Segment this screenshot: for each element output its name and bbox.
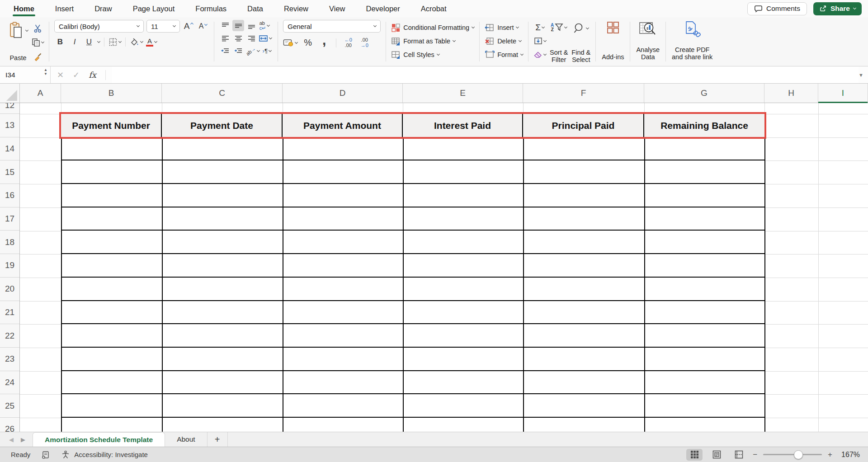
underline-chevron-icon[interactable]	[97, 39, 100, 42]
table-cell[interactable]	[524, 160, 645, 184]
table-cell[interactable]	[163, 348, 283, 371]
table-cell[interactable]	[404, 184, 524, 207]
table-cell[interactable]	[404, 371, 524, 395]
table-cell[interactable]	[163, 394, 283, 418]
table-cell[interactable]	[163, 207, 283, 231]
row-header-20[interactable]: 20	[0, 278, 19, 301]
paragraph-button[interactable]: ›¶	[261, 45, 273, 57]
table-cell[interactable]	[645, 348, 765, 371]
sheet-tab-about[interactable]: About	[165, 432, 207, 447]
align-bottom-button[interactable]	[245, 20, 257, 31]
row-header-17[interactable]: 17	[0, 207, 19, 231]
menu-tab-review[interactable]: Review	[284, 0, 308, 17]
table-cell[interactable]	[404, 394, 524, 418]
font-size-select[interactable]: 11	[146, 20, 180, 33]
table-header-cell-remaining-balance[interactable]: Remaining Balance	[644, 114, 764, 137]
bold-button[interactable]: B	[54, 36, 66, 47]
table-cell[interactable]	[645, 324, 765, 348]
zoom-out-button[interactable]: −	[753, 450, 757, 459]
table-cell[interactable]	[283, 231, 404, 254]
table-cell[interactable]	[645, 394, 765, 418]
column-header-D[interactable]: D	[283, 84, 403, 103]
percent-style-button[interactable]: %	[302, 37, 314, 48]
table-cell[interactable]	[163, 184, 283, 207]
table-cell[interactable]	[283, 301, 404, 325]
paste-button[interactable]: Paste	[5, 20, 31, 64]
column-header-C[interactable]: C	[162, 84, 283, 103]
table-cell[interactable]	[524, 278, 645, 301]
table-cell[interactable]	[524, 207, 645, 231]
table-cell[interactable]	[62, 394, 163, 418]
cell-styles-button[interactable]: Cell Styles	[391, 49, 474, 61]
shrink-font-button[interactable]: A	[197, 21, 209, 32]
orientation-button[interactable]: ab→	[245, 45, 259, 57]
normal-view-button[interactable]	[686, 449, 703, 461]
name-box-stepper[interactable]: ▲▼	[44, 68, 47, 76]
increase-decimal-button[interactable]: .00 →0	[359, 37, 370, 48]
table-cell[interactable]	[645, 231, 765, 254]
zoom-in-button[interactable]: +	[828, 450, 832, 459]
column-header-H[interactable]: H	[764, 84, 818, 103]
menu-tab-view[interactable]: View	[329, 0, 345, 17]
menu-tab-developer[interactable]: Developer	[366, 0, 400, 17]
table-cell[interactable]	[645, 278, 765, 301]
table-cell[interactable]	[62, 160, 163, 184]
conditional-formatting-button[interactable]: Conditional Formatting	[391, 22, 474, 33]
table-cell[interactable]	[62, 184, 163, 207]
table-cell[interactable]	[524, 371, 645, 395]
table-cell[interactable]	[283, 348, 404, 371]
row-header-16[interactable]: 16	[0, 184, 19, 207]
table-cell[interactable]	[645, 160, 765, 184]
menu-tab-page-layout[interactable]: Page Layout	[133, 0, 175, 17]
copy-button[interactable]	[32, 37, 44, 48]
table-cell[interactable]	[283, 394, 404, 418]
table-cell[interactable]	[404, 348, 524, 371]
table-header-cell-payment-date[interactable]: Payment Date	[162, 114, 283, 137]
record-macro-icon[interactable]	[41, 451, 50, 459]
font-name-select[interactable]: Calibri (Body)	[54, 20, 144, 33]
table-cell[interactable]	[524, 254, 645, 278]
table-cell[interactable]	[404, 207, 524, 231]
table-cell[interactable]	[62, 231, 163, 254]
comma-style-button[interactable]: ,	[318, 37, 330, 48]
decrease-decimal-button[interactable]: ←0 .00	[342, 37, 354, 48]
menu-tab-formulas[interactable]: Formulas	[195, 0, 226, 17]
align-middle-button[interactable]	[232, 20, 244, 31]
table-cell[interactable]	[62, 371, 163, 395]
addins-button[interactable]: Add-ins	[599, 19, 627, 63]
table-cell[interactable]	[163, 324, 283, 348]
table-cell[interactable]	[283, 184, 404, 207]
table-cell[interactable]	[283, 160, 404, 184]
menu-tab-acrobat[interactable]: Acrobat	[421, 0, 447, 17]
table-header-cell-payment-amount[interactable]: Payment Amount	[283, 114, 403, 137]
formula-input[interactable]	[112, 66, 859, 83]
table-cell[interactable]	[163, 371, 283, 395]
column-header-A[interactable]: A	[20, 84, 61, 103]
row-header-25[interactable]: 25	[0, 394, 19, 418]
table-cell[interactable]	[62, 301, 163, 325]
format-painter-button[interactable]	[32, 51, 44, 62]
table-cell[interactable]	[283, 278, 404, 301]
cancel-icon[interactable]: ✕	[57, 70, 64, 80]
column-header-B[interactable]: B	[61, 84, 162, 103]
row-header-19[interactable]: 19	[0, 254, 19, 278]
underline-button[interactable]: U	[83, 36, 95, 47]
autosum-button[interactable]: Σ	[533, 22, 546, 33]
menu-tab-data[interactable]: Data	[247, 0, 263, 17]
add-sheet-button[interactable]: +	[207, 432, 228, 447]
table-cell[interactable]	[524, 231, 645, 254]
page-layout-view-button[interactable]	[708, 449, 725, 461]
font-color-button[interactable]: A	[146, 36, 157, 47]
table-cell[interactable]	[404, 254, 524, 278]
table-cell[interactable]	[62, 278, 163, 301]
align-center-button[interactable]	[232, 33, 244, 44]
table-cell[interactable]	[645, 301, 765, 325]
format-cells-button[interactable]: Format	[485, 49, 523, 61]
table-cell[interactable]	[283, 254, 404, 278]
analyse-data-button[interactable]: Analyse Data	[633, 19, 662, 63]
row-header-22[interactable]: 22	[0, 324, 19, 348]
table-cell[interactable]	[404, 231, 524, 254]
row-header-12[interactable]: 12	[0, 103, 19, 114]
row-header-18[interactable]: 18	[0, 231, 19, 254]
row-header-15[interactable]: 15	[0, 160, 19, 184]
